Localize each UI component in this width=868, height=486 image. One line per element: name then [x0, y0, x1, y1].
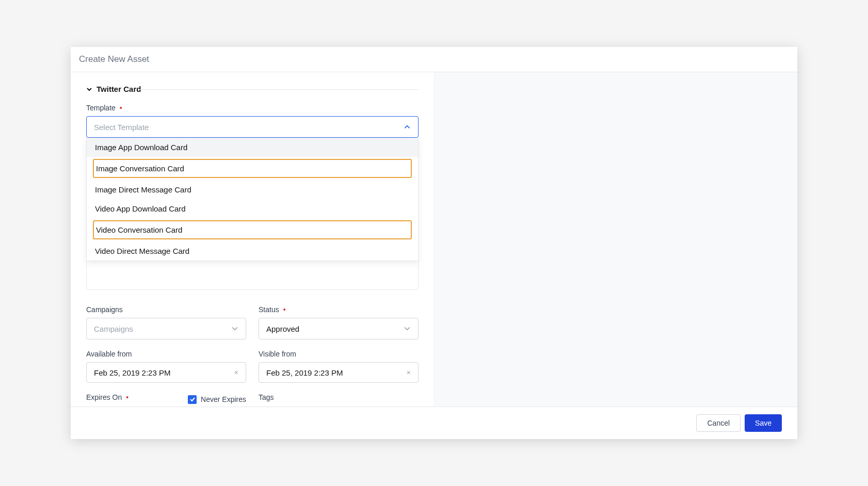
status-label: Status — [259, 305, 419, 314]
expires-tags-row: Expires On Never Expires January 1, 2040… — [86, 393, 419, 407]
campaigns-status-row: Campaigns Campaigns Status Approved — [86, 305, 419, 339]
available-visible-row: Available from Feb 25, 2019 2:23 PM × Vi… — [86, 350, 419, 383]
modal-body: Twitter Card Template Select Template Im… — [71, 72, 797, 407]
campaigns-placeholder: Campaigns — [94, 325, 133, 333]
available-from-input[interactable]: Feb 25, 2019 2:23 PM × — [86, 362, 246, 383]
template-field: Template Select Template Image App Downl… — [86, 104, 419, 138]
clear-icon[interactable]: × — [234, 368, 238, 377]
template-placeholder: Select Template — [94, 123, 149, 132]
section-header[interactable]: Twitter Card — [86, 85, 419, 93]
template-dropdown-list: Image App Download Card Image Conversati… — [86, 138, 419, 261]
chevron-down-icon — [231, 325, 238, 332]
chevron-up-icon — [404, 123, 411, 131]
visible-from-input[interactable]: Feb 25, 2019 2:23 PM × — [259, 362, 419, 383]
available-from-value: Feb 25, 2019 2:23 PM — [94, 368, 170, 377]
chevron-down-icon — [404, 325, 411, 332]
save-button[interactable]: Save — [745, 414, 782, 432]
tags-field: Tags Tags — [259, 393, 419, 407]
campaigns-field: Campaigns Campaigns — [86, 305, 246, 339]
never-expires-label: Never Expires — [201, 395, 246, 403]
tags-label: Tags — [259, 393, 274, 401]
template-select[interactable]: Select Template — [86, 116, 419, 138]
template-option[interactable]: Video Conversation Card — [93, 220, 412, 239]
template-option[interactable]: Video App Download Card — [87, 199, 418, 218]
chevron-down-icon — [86, 86, 92, 92]
visible-from-label: Visible from — [259, 350, 419, 358]
available-from-field: Available from Feb 25, 2019 2:23 PM × — [86, 350, 246, 383]
never-expires-wrap: Never Expires — [188, 395, 246, 404]
status-select[interactable]: Approved — [259, 318, 419, 339]
expires-on-label: Expires On — [86, 393, 128, 401]
visible-from-value: Feb 25, 2019 2:23 PM — [266, 368, 343, 377]
campaigns-label: Campaigns — [86, 305, 246, 314]
expires-on-field: Expires On Never Expires January 1, 2040… — [86, 393, 246, 407]
create-asset-modal: Create New Asset Twitter Card Template S… — [71, 47, 797, 439]
template-dropdown-wrapper: Select Template Image App Download Card … — [86, 116, 419, 138]
available-from-label: Available from — [86, 350, 246, 358]
status-field: Status Approved — [259, 305, 419, 339]
template-option[interactable]: Image App Download Card — [87, 138, 418, 157]
clear-icon[interactable]: × — [407, 368, 411, 377]
modal-header: Create New Asset — [71, 47, 797, 72]
section-title: Twitter Card — [97, 85, 141, 93]
never-expires-checkbox[interactable] — [188, 395, 197, 404]
template-option[interactable]: Video Direct Message Card — [87, 241, 418, 261]
status-value: Approved — [266, 325, 299, 333]
cancel-button[interactable]: Cancel — [696, 414, 741, 432]
template-option[interactable]: Image Direct Message Card — [87, 180, 418, 199]
visible-from-field: Visible from Feb 25, 2019 2:23 PM × — [259, 350, 419, 383]
template-option[interactable]: Image Conversation Card — [93, 159, 412, 178]
template-label: Template — [86, 104, 419, 112]
form-panel: Twitter Card Template Select Template Im… — [71, 72, 434, 407]
preview-panel — [434, 72, 797, 407]
modal-title: Create New Asset — [79, 54, 789, 64]
modal-footer: Cancel Save — [71, 407, 797, 439]
campaigns-select[interactable]: Campaigns — [86, 318, 246, 339]
